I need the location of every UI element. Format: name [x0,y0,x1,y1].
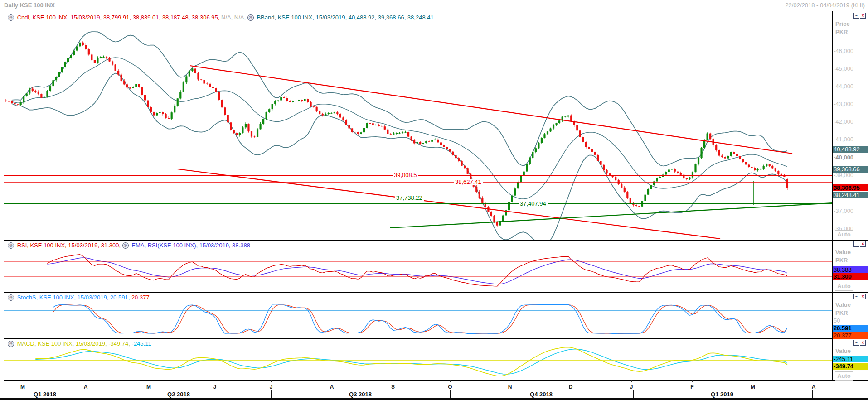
minimize-panel-icon[interactable]: − [853,241,859,247]
value-badge: 38.388 [833,266,868,273]
month-label: S [391,384,395,390]
date-range-label: 22/02/2018 - 04/04/2019 (KHI) [785,2,865,9]
value-badge: -349.74 [833,363,868,370]
price-axis-tick-label: -43,000 [834,101,853,107]
macd-axis-title: Value [835,347,851,354]
price-axis-auto-button[interactable]: Auto [835,230,853,239]
month-label: M [146,384,151,390]
charting-application-window: Daily KSE 100 INX 22/02/2018 - 04/04/201… [0,0,868,400]
close-panel-icon[interactable]: ✕ [860,340,866,346]
value-badge: -245.11 [833,356,868,362]
month-tick [86,380,86,382]
month-tick [814,380,814,382]
rsi-panel-window-buttons: −✕ [853,241,867,247]
interval-clock-icon[interactable]: ◷ [8,294,14,301]
candle-series-legend[interactable]: Cndl, KSE 100 INX, 15/03/2019, 38,799.91… [17,14,220,21]
stoch-axis-currency: PKR [835,309,848,316]
value-badge: 20.591 [833,325,868,332]
price-axis-tick-label: -42,000 [834,118,853,125]
month-tick [215,380,215,382]
rsi-panel-bottom-border [4,292,868,293]
month-tick [753,380,753,382]
interval-clock-icon[interactable]: ◷ [8,242,14,249]
support-resistance-level-label[interactable]: 38,627.41 [454,179,483,185]
stoch-panel-window-buttons: −✕ [853,294,867,300]
month-label: M [20,384,25,390]
close-panel-icon[interactable]: ✕ [860,294,866,299]
support-resistance-level-label[interactable]: 39,008.5 [393,172,418,178]
value-badge: 39,368.66 [833,166,868,173]
price-axis-tick-label: -44,000 [834,83,853,90]
macd-axis-auto-button[interactable]: Auto [835,371,853,381]
month-label: F [690,384,693,390]
rsi-axis-auto-button[interactable]: Auto [835,282,853,291]
interval-clock-icon[interactable]: ◷ [247,14,254,21]
month-tick [393,380,393,382]
stoch-panel-bottom-border [4,338,868,339]
price-axis-tick-label: -41,000 [834,136,853,143]
interval-clock-icon[interactable]: ◷ [122,242,129,249]
minimize-panel-icon[interactable]: − [853,340,859,346]
stoch-axis-title: Value [835,301,851,308]
month-label: A [84,384,88,390]
candle-legend-na: N/A, N/A, [221,14,246,21]
price-panel-bottom-border [4,240,868,241]
support-resistance-level-label[interactable]: 37,407.94 [519,201,548,207]
price-axis-tick-label: -39,000 [834,172,853,178]
value-badge: 31.300 [833,273,868,280]
month-tick [510,380,510,382]
quarter-separator [87,390,87,398]
quarter-label: Q2 2018 [167,391,190,398]
month-tick [271,380,272,382]
quarter-separator [450,390,451,398]
month-tick [692,380,693,382]
macd-legend: ◷ MACD, KSE 100 INX, 15/03/2019, -349.74… [8,340,151,347]
month-tick [631,380,632,382]
month-tick [332,380,332,382]
month-label: M [751,384,755,390]
panel-left-border [4,11,4,381]
quarter-separator [812,390,813,398]
price-axis-tick-label: -37,000 [834,207,853,214]
macd-signal-value-legend[interactable]: -245.11 [132,340,151,347]
quarter-label: Q3 2018 [349,391,372,398]
price-legend: ◷ Cndl, KSE 100 INX, 15/03/2019, 38,799.… [8,14,434,21]
month-label: O [448,384,452,390]
month-label: J [213,384,217,390]
price-panel-window-buttons: −✕ [853,13,867,19]
month-label: J [630,384,633,390]
rsi-axis-currency: PKR [835,257,848,264]
month-label: A [812,384,816,390]
support-resistance-level-label[interactable]: 37,738.22 [395,195,424,201]
month-label: D [569,384,573,390]
stoch-mid-tick-label: 50 [834,317,840,324]
month-tick [450,380,451,382]
minimize-panel-icon[interactable]: − [853,294,859,299]
month-tick [23,380,23,382]
rsi-series-legend[interactable]: RSI, KSE 100 INX, 15/03/2019, 31.300, [17,242,121,249]
price-axis-tick-label: -46,000 [834,48,853,54]
quarter-label: Q4 2018 [530,391,553,398]
minimize-panel-icon[interactable]: − [853,13,859,19]
month-tick [571,380,571,382]
month-label: J [270,384,273,390]
quarter-separator [633,390,634,398]
bband-series-legend[interactable]: BBand, KSE 100 INX, 15/03/2019, 40,488.9… [257,14,433,21]
stoch-series-legend[interactable]: StochS, KSE 100 INX, 15/03/2019, 20.591, [17,294,130,301]
price-axis-currency: PKR [835,29,848,35]
chart-title-bar: Daily KSE 100 INX 22/02/2018 - 04/04/201… [0,0,868,11]
price-axis-tick-label: -45,000 [834,65,853,72]
value-badge: 38,306.95 [833,184,868,191]
close-panel-icon[interactable]: ✕ [860,13,866,19]
month-label: N [508,384,512,390]
interval-clock-icon[interactable]: ◷ [8,14,14,21]
interval-clock-icon[interactable]: ◷ [8,341,14,347]
stoch-d-value-legend[interactable]: 20.377 [131,294,150,301]
rsi-ema-series-legend[interactable]: EMA, RSI(KSE 100 INX), 15/03/2019, 38.38… [131,242,250,249]
month-label: A [330,384,334,390]
close-panel-icon[interactable]: ✕ [860,241,866,247]
rsi-axis-title: Value [835,249,851,255]
macd-series-legend[interactable]: MACD, KSE 100 INX, 15/03/2019, -349.74, [17,340,130,347]
macd-panel-bottom-border [4,380,868,381]
price-axis-tick-label: -40,000 [834,154,853,161]
